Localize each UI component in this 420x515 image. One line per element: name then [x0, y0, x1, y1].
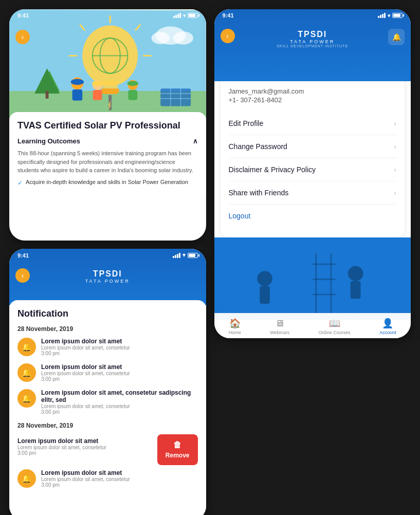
notif-title-2: Lorem ipsum dolor sit amet — [41, 363, 198, 371]
logout-label: Logout — [229, 212, 251, 220]
battery-icon-1 — [188, 13, 198, 18]
notif-sub-1: Lorem ipsum dolor sit amet, consetetur — [41, 345, 198, 351]
signal-icon-3 — [173, 253, 180, 258]
logo-sub: TATA POWER — [290, 39, 335, 44]
home-icon: 🏠 — [229, 318, 241, 329]
svg-rect-45 — [313, 293, 335, 295]
svg-rect-32 — [46, 91, 49, 99]
svg-point-15 — [71, 79, 84, 85]
notif-content-1: Lorem ipsum dolor sit amet Lorem ipsum d… — [41, 338, 198, 356]
swipe-sub: Lorem ipsum dolor sit amet, consetetur — [17, 445, 157, 450]
svg-point-34 — [173, 31, 193, 45]
nav-courses[interactable]: 📖 Online Courses — [319, 318, 351, 335]
notif-title-4: Lorem ipsum dolor sit amet — [41, 469, 198, 476]
chevron-up-icon[interactable]: ∧ — [193, 137, 198, 145]
svg-rect-16 — [72, 89, 83, 101]
logo-text: TPSDI — [298, 30, 327, 39]
wifi-icon-3: ▾ — [182, 252, 186, 259]
chevron-right-icon-2: › — [394, 142, 396, 151]
notif-swipe-item[interactable]: Lorem ipsum dolor sit amet Lorem ipsum d… — [17, 434, 198, 465]
svg-rect-41 — [315, 253, 317, 314]
account-icon: 👤 — [382, 318, 393, 329]
battery-icon-3 — [188, 253, 198, 258]
svg-rect-22 — [128, 90, 137, 100]
wifi-icon-2: ▾ — [388, 13, 390, 19]
menu-share[interactable]: Share with Friends › — [229, 181, 397, 205]
status-icons-3: ▾ — [173, 252, 198, 259]
notif-bell-1: 🔔 — [17, 338, 36, 356]
remove-label: Remove — [166, 452, 190, 459]
notif-title-1: Lorem ipsum dolor sit amet — [41, 338, 198, 345]
notif-bell-2: 🔔 — [17, 363, 36, 382]
back-button-2[interactable]: ‹ — [221, 29, 235, 43]
notif-logo: TPSDI TATA POWER — [17, 269, 198, 284]
svg-rect-19 — [93, 90, 102, 100]
notif-time-3: 3:00 pm — [41, 409, 198, 415]
menu-logout[interactable]: Logout — [229, 205, 397, 227]
svg-point-37 — [257, 271, 272, 286]
chevron-right-icon-4: › — [394, 189, 396, 197]
chevron-right-icon-3: › — [394, 165, 396, 174]
bell-icon: 🔔 — [392, 33, 401, 41]
checkmark-icon: ✓ — [17, 179, 23, 187]
nav-webinars[interactable]: 🖥 Webinars — [270, 318, 289, 335]
learning-outcomes-label: Learning Outcomes — [17, 137, 80, 145]
solar-hero: ‹ — [9, 9, 206, 122]
profile-bg-image — [214, 237, 411, 320]
logo-tagline: SKILL DEVELOPMENT INSTITUTE — [277, 44, 348, 48]
svg-rect-40 — [350, 281, 360, 299]
svg-point-35 — [152, 32, 170, 44]
solar-illustration — [9, 9, 206, 122]
back-button-1[interactable]: ‹ — [15, 30, 30, 44]
notif-date-1: 28 November, 2019 — [17, 325, 198, 333]
nav-home-label: Home — [229, 330, 241, 335]
notif-logo-text: TPSDI — [93, 269, 122, 279]
notif-title: Notification — [17, 308, 198, 319]
user-phone: +1- 307-261-8402 — [229, 96, 397, 104]
status-icons-2: ▾ — [378, 13, 403, 19]
remove-button[interactable]: 🗑 Remove — [157, 434, 198, 465]
status-bar-3: 9:41 ▾ — [9, 249, 206, 261]
wifi-icon-1: ▾ — [183, 13, 186, 19]
notif-sub-2: Lorem ipsum dolor sit amet, consetetur — [41, 371, 198, 376]
outcomes-text: This 88-hour (spanning 5 weeks) intensiv… — [17, 149, 198, 175]
svg-rect-43 — [313, 264, 335, 265]
back-button-3[interactable]: ‹ — [15, 268, 30, 283]
notif-white-card: Notification 28 November, 2019 🔔 Lorem i… — [9, 300, 206, 515]
time-2: 9:41 — [223, 12, 234, 19]
menu-disclaimer[interactable]: Disclaimer & Privacy Policy › — [229, 158, 397, 181]
course-title-1: TVAS Certified Solar PV Professional — [17, 120, 198, 131]
svg-rect-38 — [260, 286, 270, 304]
trash-icon: 🗑 — [173, 440, 181, 450]
nav-account-label: Account — [379, 330, 396, 335]
notif-bell-3: 🔔 — [17, 389, 36, 408]
battery-icon-2 — [392, 13, 403, 18]
phone-profile: 9:41 ▾ ‹ TPSDI TATA POWER SKILL DEVELOPM… — [214, 9, 411, 338]
webinars-icon: 🖥 — [275, 318, 284, 329]
nav-courses-label: Online Courses — [319, 330, 351, 335]
time-3: 9:41 — [17, 252, 29, 259]
svg-rect-42 — [330, 253, 332, 314]
chevron-right-icon-1: › — [394, 119, 396, 127]
phone-solar: 9:41 ▾ ‹ — [9, 9, 206, 241]
svg-rect-23 — [160, 88, 191, 106]
svg-point-21 — [127, 81, 139, 86]
svg-rect-44 — [313, 279, 335, 280]
svg-point-39 — [348, 266, 362, 281]
notif-content-3: Lorem ipsum dolor sit amet, consetetur s… — [41, 389, 198, 415]
edit-profile-label: Edit Profile — [229, 119, 264, 127]
menu-edit-profile[interactable]: Edit Profile › — [229, 112, 397, 135]
notif-time-2: 3:00 pm — [41, 376, 198, 382]
courses-icon: 📖 — [329, 318, 340, 329]
nav-home[interactable]: 🏠 Home — [229, 318, 241, 335]
notif-content-4: Lorem ipsum dolor sit amet Lorem ipsum d… — [41, 469, 198, 488]
menu-change-password[interactable]: Change Password › — [229, 135, 397, 158]
notif-time-4: 3:00 pm — [41, 482, 198, 488]
status-bar-1: 9:41 ▾ — [9, 9, 206, 21]
nav-account[interactable]: 👤 Account — [379, 318, 396, 335]
notification-button[interactable]: 🔔 — [388, 29, 405, 45]
learning-outcomes-header[interactable]: Learning Outcomes ∧ — [17, 137, 198, 145]
notif-item-2: 🔔 Lorem ipsum dolor sit amet Lorem ipsum… — [17, 363, 198, 382]
share-label: Share with Friends — [229, 189, 289, 197]
phone-notif: 9:41 ▾ ‹ TPSDI TATA POWER Notification 2… — [9, 249, 206, 515]
